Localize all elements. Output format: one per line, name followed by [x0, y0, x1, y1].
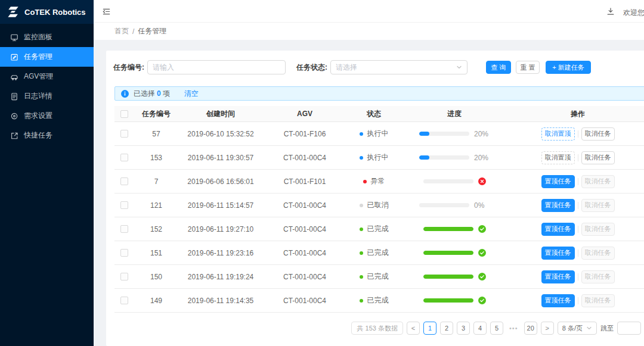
cancel-task-button[interactable]: 取消任务: [581, 127, 615, 141]
agv-icon: [10, 73, 18, 81]
cancel-task-button: 取消任务: [581, 175, 615, 188]
table-row: 1502019-06-11 19:19:24CT-001-00C4已完成置顶任务…: [114, 265, 644, 289]
sidebar: CoTEK Robotics 监控面板任务管理AGV管理日志详情需求设置快捷任务: [0, 0, 94, 346]
pagination-page-4[interactable]: 4: [473, 322, 487, 335]
task-table: 任务编号创建时间AGV状态进度操作 572019-06-10 15:32:52C…: [114, 106, 644, 313]
chevron-down-icon: [456, 64, 462, 70]
cell-status: 异常: [347, 176, 401, 186]
brand-name: CoTEK Robotics: [24, 8, 86, 17]
progress-fill: [419, 132, 429, 136]
cell-task-id: 57: [134, 130, 179, 138]
pin-task-button[interactable]: 置顶任务: [541, 199, 575, 212]
clear-selection-link[interactable]: 清空: [184, 89, 199, 99]
row-checkbox[interactable]: [120, 201, 128, 209]
pagination-page-3[interactable]: 3: [457, 322, 470, 335]
dashboard-icon: [10, 33, 18, 42]
sidebar-item-dashboard[interactable]: 监控面板: [0, 27, 94, 47]
row-checkbox[interactable]: [120, 273, 128, 280]
download-icon[interactable]: [606, 7, 615, 15]
check-circle-icon: [478, 225, 486, 233]
jump-to-page-input[interactable]: [617, 322, 641, 335]
progress-bar: [419, 132, 469, 136]
pagination-prev-button[interactable]: <: [407, 322, 420, 335]
sidebar-item-logs[interactable]: 日志详情: [0, 86, 94, 106]
selection-text: 已选择0项: [134, 89, 170, 99]
cell-actions: 取消置顶取消任务: [508, 127, 644, 141]
cancel-task-button: 取消任务: [581, 270, 615, 283]
cell-status: 执行中: [347, 152, 401, 163]
status-dot-icon: [360, 227, 363, 231]
pagination: 共 153 条数据<12345•••20>8 条/页跳至页: [114, 322, 644, 335]
pin-task-button[interactable]: 置顶任务: [541, 223, 575, 236]
pagination-page-1[interactable]: 1: [423, 322, 436, 335]
cell-agv: CT-001-00C4: [262, 249, 347, 257]
cell-status: 执行中: [347, 129, 401, 139]
cell-agv: CT-001-00C4: [262, 225, 347, 233]
column-header-progress: 进度: [401, 109, 508, 119]
reset-button[interactable]: 重 置: [516, 61, 540, 74]
row-checkbox[interactable]: [120, 297, 128, 304]
cell-actions: 置顶任务取消任务: [508, 247, 644, 260]
info-icon: [121, 90, 129, 98]
row-checkbox[interactable]: [120, 130, 128, 138]
cancel-pin-button[interactable]: 取消置顶: [541, 127, 575, 141]
cell-progress: [401, 297, 508, 304]
sidebar-item-quick-tasks[interactable]: 快捷任务: [0, 126, 94, 145]
task-status-select[interactable]: 请选择: [330, 60, 467, 74]
progress-fill: [423, 251, 473, 255]
action-divider: [578, 297, 578, 304]
breadcrumb-home[interactable]: 首页: [114, 26, 129, 36]
pin-task-button[interactable]: 置顶任务: [541, 175, 575, 188]
cell-status: 已完成: [347, 295, 401, 306]
search-button[interactable]: 查 询: [486, 61, 511, 74]
action-divider: [578, 154, 578, 161]
cell-task-id: 7: [134, 177, 179, 186]
cell-task-id: 150: [134, 273, 179, 281]
sidebar-item-tasks[interactable]: 任务管理: [0, 47, 94, 67]
row-checkbox[interactable]: [120, 177, 128, 185]
cancel-task-button: 取消任务: [581, 294, 615, 307]
sidebar-item-agv[interactable]: AGV管理: [0, 67, 94, 86]
pin-task-button[interactable]: 置顶任务: [541, 270, 575, 283]
cancel-task-button: 取消任务: [581, 199, 615, 212]
cell-progress: 20%: [401, 130, 508, 138]
chevron-down-icon: [586, 325, 592, 331]
sidebar-item-settings[interactable]: 需求设置: [0, 106, 94, 126]
cell-agv: CT-001-00C4: [262, 297, 347, 305]
menu-fold-icon[interactable]: [102, 7, 111, 16]
cell-task-id: 121: [134, 201, 179, 210]
sidebar-item-label: 快捷任务: [24, 130, 52, 141]
pagination-ellipsis[interactable]: •••: [507, 322, 521, 335]
pagination-next-button[interactable]: >: [541, 322, 554, 335]
row-checkbox[interactable]: [120, 225, 128, 233]
pagination-page-2[interactable]: 2: [440, 322, 453, 335]
task-no-input[interactable]: 请输入: [147, 60, 286, 74]
status-label: 已完成: [367, 295, 389, 306]
column-header-status: 状态: [347, 109, 401, 119]
page-size-select[interactable]: 8 条/页: [558, 322, 597, 335]
cancel-task-button[interactable]: 取消任务: [581, 151, 615, 164]
cell-status: 已取消: [347, 200, 401, 210]
select-all-checkbox[interactable]: [120, 110, 128, 118]
create-task-button[interactable]: + 新建任务: [546, 61, 591, 74]
row-checkbox[interactable]: [120, 249, 128, 257]
table-row: 1212019-06-11 15:14:57CT-001-00C4已取消0%置顶…: [114, 194, 644, 217]
pin-task-button[interactable]: 置顶任务: [541, 294, 575, 307]
row-checkbox[interactable]: [120, 154, 128, 161]
cancel-pin-button[interactable]: 取消置顶: [541, 151, 575, 164]
selection-count: 0: [157, 89, 161, 98]
pagination-page-20[interactable]: 20: [524, 322, 537, 335]
brand: CoTEK Robotics: [0, 0, 94, 24]
pagination-page-5[interactable]: 5: [490, 322, 503, 335]
column-header-action: 操作: [508, 109, 644, 119]
action-divider: [578, 202, 578, 209]
topbar: 欢迎您,: [94, 0, 644, 23]
cell-actions: 置顶任务取消任务: [508, 270, 644, 283]
table-row: 72019-06-06 16:56:01CT-001-F101异常置顶任务取消任…: [114, 170, 644, 194]
progress-bar: [419, 155, 469, 160]
cell-created-time: 2019-06-11 19:30:57: [179, 154, 262, 162]
pin-task-button[interactable]: 置顶任务: [541, 247, 575, 260]
table-body: 572019-06-10 15:32:52CT-001-F106执行中20%取消…: [114, 122, 644, 313]
cell-actions: 置顶任务取消任务: [508, 294, 644, 307]
sidebar-item-label: AGV管理: [24, 71, 53, 82]
